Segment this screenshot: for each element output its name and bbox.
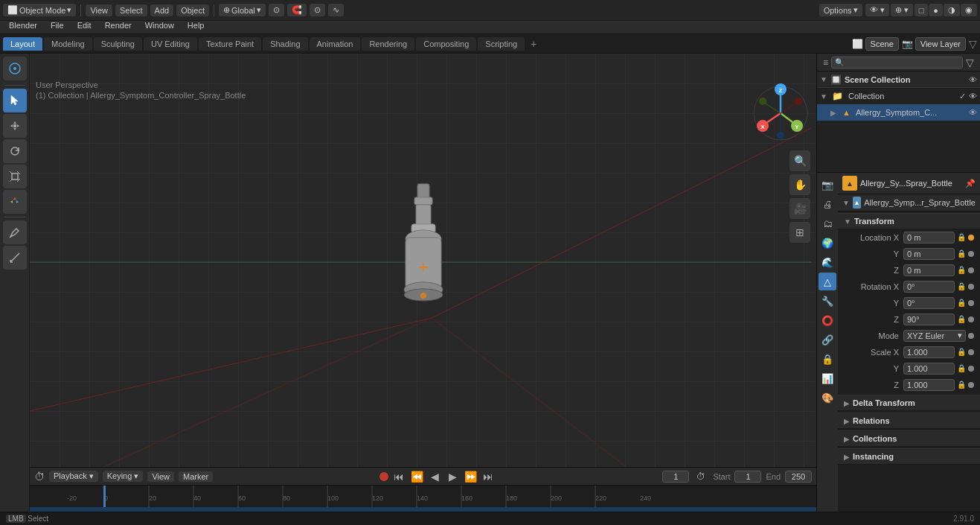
location-y-keyframe-dot[interactable] <box>968 251 974 257</box>
scale-x-lock[interactable]: 🔒 <box>957 348 966 356</box>
add-workspace-button[interactable]: + <box>526 36 541 51</box>
location-x-value[interactable]: 0 m <box>903 232 955 244</box>
prop-tab-constraints[interactable]: 🔒 <box>819 350 836 368</box>
filter-icon[interactable]: ▽ <box>969 38 977 50</box>
tab-shading[interactable]: Shading <box>263 37 307 51</box>
tab-uv-editing[interactable]: UV Editing <box>144 37 197 51</box>
rotation-y-keyframe-dot[interactable] <box>968 300 974 306</box>
location-y-lock[interactable]: 🔒 <box>957 249 966 258</box>
end-frame-input[interactable]: 250 <box>785 471 812 483</box>
prop-tab-output[interactable]: 🖨 <box>819 195 836 213</box>
start-frame-input[interactable]: 1 <box>734 471 761 483</box>
jump-end-button[interactable]: ⏭ <box>481 469 496 484</box>
move-tool-button[interactable] <box>3 114 27 138</box>
outliner-filter-icon[interactable]: ▽ <box>966 57 974 69</box>
prop-tab-render[interactable]: 📷 <box>819 176 836 194</box>
keying-dropdown[interactable]: Keying ▾ <box>103 471 144 482</box>
object-expand-arrow[interactable]: ▶ <box>830 109 839 117</box>
scale-x-keyframe-dot[interactable] <box>968 349 974 355</box>
object-visibility-toggle[interactable]: 👁 <box>969 108 977 117</box>
prop-tab-view-layer[interactable]: 🗂 <box>819 214 836 232</box>
rotation-y-value[interactable]: 0° <box>903 297 955 309</box>
visibility-icon[interactable]: 👁 <box>969 75 977 84</box>
outliner-item-collection[interactable]: ▼ 📁 Collection ✓ 👁 <box>817 88 980 104</box>
timeline-scrollbar[interactable] <box>30 507 816 512</box>
current-frame-input[interactable]: 1 <box>662 471 689 483</box>
rotation-z-lock[interactable]: 🔒 <box>957 315 966 323</box>
active-tool-icon[interactable] <box>3 57 27 80</box>
jump-start-button[interactable]: ⏮ <box>391 469 406 484</box>
rotate-tool-button[interactable] <box>3 139 27 163</box>
transform-tool-button[interactable] <box>3 190 27 214</box>
location-z-keyframe-dot[interactable] <box>968 267 974 273</box>
prop-tab-scene[interactable]: 🌍 <box>819 234 836 252</box>
tab-animation[interactable]: Animation <box>310 37 361 51</box>
scale-x-value[interactable]: 1.000 <box>903 346 955 358</box>
scale-y-value[interactable]: 1.000 <box>903 363 955 375</box>
rotation-y-lock[interactable]: 🔒 <box>957 299 966 307</box>
rotation-x-keyframe-dot[interactable] <box>968 284 974 290</box>
pin-icon[interactable]: 📌 <box>965 179 976 188</box>
prop-tab-particles[interactable]: ⭕ <box>819 311 836 329</box>
scene-collection-arrow[interactable]: ▼ <box>820 75 827 83</box>
outliner-item-object[interactable]: ▶ ▲ Allergy_Symptom_C... 👁 <box>817 104 980 121</box>
timeline-track[interactable]: -20 0 20 40 60 80 100 120 140 160 180 20… <box>30 486 816 512</box>
rotation-x-lock[interactable]: 🔒 <box>957 282 966 290</box>
tab-modeling[interactable]: Modeling <box>44 37 92 51</box>
step-back-button[interactable]: ⏪ <box>409 469 424 484</box>
tab-layout[interactable]: Layout <box>3 37 42 51</box>
playback-dropdown[interactable]: Playback ▾ <box>49 471 98 482</box>
relations-section-header[interactable]: ▶ Relations <box>838 413 980 429</box>
rotation-x-value[interactable]: 0° <box>903 281 955 293</box>
tab-scripting[interactable]: Scripting <box>478 37 525 51</box>
instancing-section-header[interactable]: ▶ Instancing <box>838 448 980 465</box>
magnify-button[interactable]: 🔍 <box>790 150 810 171</box>
camera-button[interactable]: 🎥 <box>790 198 810 219</box>
prop-tab-world[interactable]: 🌊 <box>819 253 836 271</box>
scale-z-keyframe-dot[interactable] <box>968 382 974 388</box>
rotation-z-value[interactable]: 90° <box>903 314 955 325</box>
tab-compositing[interactable]: Compositing <box>416 37 476 51</box>
record-button[interactable] <box>379 472 388 481</box>
location-z-value[interactable]: 0 m <box>903 264 955 276</box>
collections-section-header[interactable]: ▶ Collections <box>838 430 980 447</box>
scale-tool-button[interactable] <box>3 165 27 188</box>
prop-tab-object[interactable]: △ <box>819 273 836 290</box>
tab-rendering[interactable]: Rendering <box>362 37 414 51</box>
scene-selector[interactable]: Scene <box>865 37 899 51</box>
view-layer-selector[interactable]: View Layer <box>915 37 966 51</box>
prop-tab-modifiers[interactable]: 🔧 <box>819 292 836 310</box>
rotation-z-keyframe-dot[interactable] <box>968 316 974 322</box>
prop-tab-data[interactable]: 📊 <box>819 369 836 387</box>
prop-tab-materials[interactable]: 🎨 <box>819 389 836 407</box>
marker-dropdown[interactable]: Marker <box>179 471 213 482</box>
measure-tool-button[interactable] <box>3 246 27 270</box>
outliner-search-input[interactable] <box>831 57 963 69</box>
scale-y-lock[interactable]: 🔒 <box>957 364 966 372</box>
tab-sculpting[interactable]: Sculpting <box>94 37 142 51</box>
rotation-mode-dot[interactable] <box>968 333 974 339</box>
scale-z-lock[interactable]: 🔒 <box>957 381 966 389</box>
viewport-3d[interactable]: User Perspective (1) Collection | Allerg… <box>30 54 816 467</box>
location-x-lock[interactable]: 🔒 <box>957 233 966 241</box>
transform-section-header[interactable]: ▼ Transform <box>838 213 980 229</box>
delta-transform-section-header[interactable]: ▶ Delta Transform <box>838 395 980 411</box>
play-back-button[interactable]: ◀ <box>427 469 442 484</box>
play-button[interactable]: ▶ <box>445 469 460 484</box>
location-y-value[interactable]: 0 m <box>903 248 955 260</box>
location-z-lock[interactable]: 🔒 <box>957 266 966 274</box>
view-dropdown[interactable]: View <box>147 471 174 482</box>
perspective-ortho-button[interactable]: ⊞ <box>790 222 810 243</box>
collection-expand-arrow[interactable]: ▼ <box>820 92 829 101</box>
prop-tab-physics[interactable]: 🔗 <box>819 331 836 349</box>
annotate-tool-button[interactable] <box>3 220 27 244</box>
location-x-keyframe-dot[interactable] <box>968 235 974 241</box>
navigation-gizmo[interactable]: Z Y X <box>751 83 810 143</box>
tab-texture-paint[interactable]: Texture Paint <box>199 37 261 51</box>
data-name-field[interactable]: Allergy_Symp...r_Spray_Bottle <box>864 198 976 207</box>
scale-y-keyframe-dot[interactable] <box>968 366 974 372</box>
collection-visibility-toggle[interactable]: ✓ <box>959 92 966 101</box>
select-tool-button[interactable] <box>3 89 27 112</box>
collection-eye-icon[interactable]: 👁 <box>969 92 977 101</box>
hand-button[interactable]: ✋ <box>790 174 810 195</box>
